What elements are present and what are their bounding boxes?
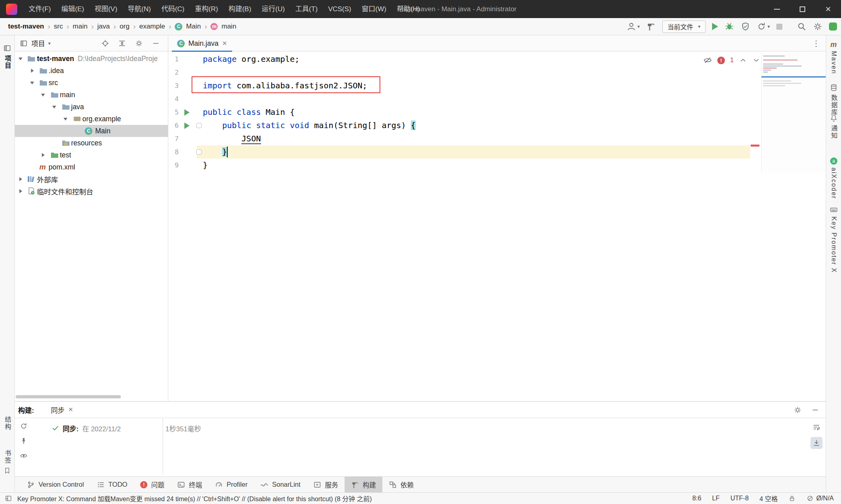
tree-item-resources[interactable]: resources [15,137,168,149]
code-editor[interactable]: 1 package org.example; 2 3 import com.al… [168,51,826,401]
code-line[interactable]: 2 [168,66,826,79]
tree-item-src[interactable]: src [15,77,168,89]
run-button[interactable] [712,23,718,30]
chevron-expanded-icon[interactable] [40,92,46,98]
build-content-divider[interactable] [163,418,163,475]
maximize-button[interactable] [790,0,815,18]
aixcoder-status-widget[interactable]: Ø/N/A [806,495,834,502]
code-line[interactable]: 5 public class Main { [168,106,826,119]
chevron-collapsed-icon[interactable] [29,68,35,73]
tree-item-org-example[interactable]: org.example [15,113,168,125]
stripe-bookmarks-button[interactable]: 书签 [0,450,14,474]
chevron-expanded-icon[interactable] [18,56,23,61]
tree-item-main-dir[interactable]: main [15,89,168,101]
menu-file[interactable]: 文件(F) [23,0,56,18]
error-count[interactable]: 1 [730,57,734,64]
close-button[interactable]: ✕ [815,0,841,18]
tree-item-test-maven[interactable]: test-mavenD:\IdeaProjects\IdeaProje [15,53,168,65]
stripe-aixcoder-button[interactable]: a aiXcoder [826,157,841,199]
stripe-maven-button[interactable]: m Maven [826,41,841,74]
encoding-widget[interactable]: UTF-8 [731,495,749,502]
code-line[interactable]: 9 } [168,159,826,172]
line-ending-widget[interactable]: LF [712,495,720,502]
filter-eye-icon[interactable] [20,452,28,460]
error-badge-icon[interactable]: ! [717,57,725,64]
menu-vcs[interactable]: VCS(S) [323,0,357,18]
chevron-expanded-icon[interactable] [51,104,57,110]
more-tabs-icon[interactable]: ⋮ [812,39,820,48]
fold-marker-icon[interactable] [196,123,202,128]
menu-refactor[interactable]: 重构(R) [190,0,223,18]
tab-close-icon[interactable]: ✕ [68,406,73,413]
tree-item-idea[interactable]: .idea [15,65,168,77]
stripe-structure-button[interactable]: 结构 [0,416,14,431]
tool-button-sonarlint[interactable]: SonarLint [254,477,307,493]
tool-button-build[interactable]: 构建 [345,477,382,493]
menu-view[interactable]: 视图(V) [89,0,122,18]
json-reference[interactable]: JSON [241,134,261,144]
stop-button[interactable] [776,24,782,30]
tool-button-version-control[interactable]: Version Control [20,477,90,493]
minimize-button[interactable] [764,0,790,18]
build-hammer-icon[interactable] [646,22,656,31]
pin-icon[interactable] [20,437,28,445]
code-line[interactable]: 4 [168,92,826,106]
code-line[interactable]: 7 JSON [168,132,826,145]
chevron-collapsed-icon[interactable] [18,176,23,182]
run-method-icon[interactable] [184,122,190,129]
coverage-button[interactable] [741,22,750,31]
tree-item-external-libraries[interactable]: 外部库 [15,173,168,185]
menu-navigate[interactable]: 导航(N) [122,0,156,18]
chevron-down-icon[interactable]: ▾ [48,41,51,46]
layout-icon[interactable] [5,495,12,502]
breadcrumb-org[interactable]: org [120,22,130,31]
project-header-label[interactable]: 项目 [31,38,45,48]
menu-build[interactable]: 构建(B) [223,0,257,18]
profile-menu-button[interactable]: ▾ [627,22,640,31]
next-error-icon[interactable] [752,56,760,64]
settings-gear-icon[interactable] [813,22,823,31]
code-area[interactable]: 1 package org.example; 2 3 import com.al… [168,53,826,172]
prev-error-icon[interactable] [739,56,747,64]
menu-run[interactable]: 运行(U) [257,0,290,18]
tool-button-problems[interactable]: ! 问题 [134,477,171,493]
lock-icon[interactable] [788,495,796,502]
chevron-collapsed-icon[interactable] [18,188,23,194]
tool-button-terminal[interactable]: 终端 [171,477,208,493]
gear-icon[interactable] [794,406,802,414]
tool-button-dependencies[interactable]: 依赖 [382,477,420,493]
breadcrumb-project[interactable]: test-maven [8,22,44,31]
aixcoder-toolbar-icon[interactable] [829,22,837,31]
chevron-expanded-icon[interactable] [63,116,68,122]
menu-window[interactable]: 窗口(W) [357,0,392,18]
tool-button-todo[interactable]: TODO [90,477,134,493]
tree-item-java[interactable]: java [15,101,168,113]
menu-tools[interactable]: 工具(T) [290,0,323,18]
fold-marker-icon[interactable] [196,149,202,155]
menu-code[interactable]: 代码(C) [156,0,190,18]
tree-item-main-class[interactable]: C Main [15,125,168,137]
breadcrumb-main-dir[interactable]: main [73,22,88,31]
caret-position-widget[interactable]: 8:6 [692,495,701,502]
menu-edit[interactable]: 编辑(E) [56,0,90,18]
code-line[interactable]: 6 public static void main(String[] args)… [168,119,826,132]
error-stripe-mark[interactable] [751,145,759,147]
code-line[interactable]: 3 import com.alibaba.fastjson2.JSON; [168,79,826,92]
soft-wrap-icon[interactable] [810,421,823,433]
tree-item-scratches[interactable]: 临时文件和控制台 [15,185,168,197]
stripe-notifications-button[interactable]: 通知 [826,114,841,139]
rerun-button[interactable]: ▾ [757,22,770,31]
debug-button[interactable] [725,22,734,31]
breadcrumb-java[interactable]: java [97,22,110,31]
search-everywhere-button[interactable] [797,22,806,31]
tree-item-pom-xml[interactable]: m pom.xml [15,161,168,173]
horizontal-scrollbar[interactable] [16,395,121,398]
stripe-project-button[interactable]: 项目 [0,44,14,69]
highlight-level-icon[interactable] [703,56,712,65]
locate-file-icon[interactable] [101,39,109,47]
breadcrumb-example[interactable]: example [139,22,165,31]
tool-button-services[interactable]: 服务 [307,477,345,493]
code-line-current[interactable]: 8 } [168,145,826,159]
hide-panel-icon[interactable] [152,39,160,47]
status-message-area[interactable]: Key Promoter X: Command 加载Maven变更 missed… [5,494,372,503]
